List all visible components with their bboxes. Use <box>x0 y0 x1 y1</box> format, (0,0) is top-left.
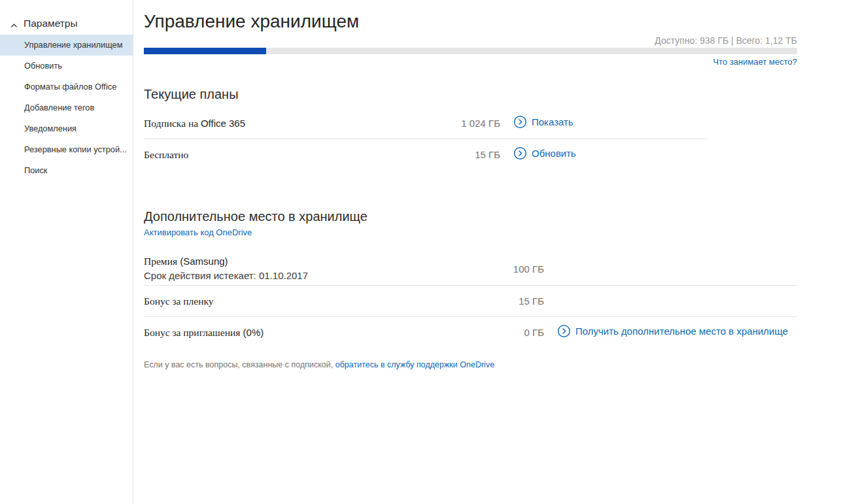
bonus-size-value: 0 ГБ <box>466 327 544 338</box>
additional-storage-section: Дополнительное место в хранилище Активир… <box>144 208 797 370</box>
plan-label: Подписка на Office 365 <box>144 117 422 130</box>
table-row-camera-bonus: Бонус за пленку 15 ГБ <box>144 286 797 316</box>
bonus-action-cell: Получить дополнительное место в хранилищ… <box>544 324 797 341</box>
go-arrow-icon <box>513 146 527 160</box>
go-arrow-icon <box>557 324 571 338</box>
plan-action-cell: Обновить <box>500 146 797 163</box>
table-row-referral-bonus: Бонус за приглашения (0%) 0 ГБ Получить … <box>144 317 797 348</box>
page-title: Управление хранилищем <box>144 10 797 33</box>
plan-size-value: 1 024 ГБ <box>422 118 500 129</box>
current-plans-section: Текущие планы Подписка на Office 365 1 0… <box>144 86 797 170</box>
bonus-size-value: 100 ГБ <box>466 263 544 275</box>
plan-size-value: 15 ГБ <box>422 149 500 160</box>
support-note: Если у вас есть вопросы, связанные с под… <box>144 360 797 370</box>
sidebar-item-notifications[interactable]: Уведомления <box>0 118 133 139</box>
plan-label: Бесплатно <box>144 148 422 161</box>
bonus-label-cell: Премия (Samsung) Срок действия истекает:… <box>144 255 466 282</box>
chevron-up-icon <box>10 20 18 27</box>
show-subscription-link[interactable]: Показать <box>513 115 573 129</box>
bonus-label-cell: Бонус за пленку <box>144 295 466 308</box>
redeem-code-link[interactable]: Активировать код OneDrive <box>144 227 252 237</box>
sidebar-item-storage-management[interactable]: Управление хранилищем <box>0 35 133 56</box>
support-note-text: Если у вас есть вопросы, связанные с под… <box>144 360 335 369</box>
storage-progress-bar <box>144 48 797 54</box>
usage-link-row: Что занимает место? <box>144 56 797 67</box>
earn-more-storage-link[interactable]: Получить дополнительное место в хранилищ… <box>557 324 788 338</box>
sidebar-item-device-backups[interactable]: Резервные копии устрой... <box>0 139 133 160</box>
bonus-label-cell: Бонус за приглашения (0%) <box>144 326 466 339</box>
sidebar-header-options[interactable]: Параметры <box>0 18 133 29</box>
storage-usage-summary: Доступно: 938 ГБ | Всего: 1,12 ТБ <box>144 35 797 46</box>
bonus-size-value: 15 ГБ <box>466 295 544 307</box>
onedrive-options-page: Параметры Управление хранилищем Обновить… <box>0 0 852 504</box>
sidebar-item-office-file-formats[interactable]: Форматы файлов Office <box>0 76 133 97</box>
table-row-free-plan: Бесплатно 15 ГБ Обновить <box>144 139 797 170</box>
main-content: Управление хранилищем Доступно: 938 ГБ |… <box>133 0 852 504</box>
current-plans-heading: Текущие планы <box>144 86 797 103</box>
bonus-expiry-text: Срок действия истекает: 01.10.2017 <box>144 269 466 282</box>
upgrade-link[interactable]: Обновить <box>513 146 576 160</box>
storage-progress-fill <box>144 48 266 54</box>
sidebar-header-label: Параметры <box>24 18 78 29</box>
additional-storage-heading: Дополнительное место в хранилище <box>144 208 797 225</box>
sidebar: Параметры Управление хранилищем Обновить… <box>0 0 133 504</box>
activate-row: Активировать код OneDrive <box>144 227 797 238</box>
sidebar-item-tagging[interactable]: Добавление тегов <box>0 97 133 118</box>
contact-support-link[interactable]: обратитесь в службу поддержки OneDrive <box>335 360 494 369</box>
sidebar-item-search[interactable]: Поиск <box>0 160 133 181</box>
table-row-premium-bonus: Премия (Samsung) Срок действия истекает:… <box>144 252 797 285</box>
go-arrow-icon <box>513 115 527 129</box>
sidebar-item-upgrade[interactable]: Обновить <box>0 56 133 76</box>
whats-taking-space-link[interactable]: Что занимает место? <box>713 57 797 67</box>
plan-action-cell: Показать <box>500 115 797 131</box>
table-row-office365-subscription: Подписка на Office 365 1 024 ГБ Показать <box>144 108 797 139</box>
